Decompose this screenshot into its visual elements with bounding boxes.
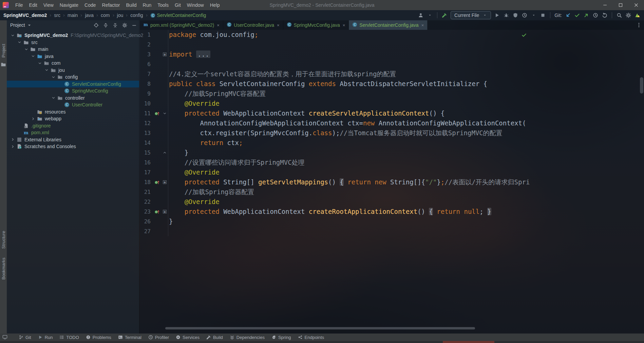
override-gutter-icon[interactable]: O <box>152 108 162 118</box>
menu-code[interactable]: Code <box>81 0 99 10</box>
override-gutter-icon[interactable]: O <box>152 207 162 217</box>
tree-chevron-down-icon[interactable] <box>10 34 16 37</box>
fold-end-icon[interactable] <box>162 148 168 158</box>
horizontal-scrollbar[interactable] <box>165 327 475 329</box>
history-icon[interactable] <box>592 12 599 18</box>
tool-window-button-profiler[interactable]: Profiler <box>145 334 172 341</box>
breadcrumb-item-springmvc_demo2[interactable]: SpringMVC_demo2 <box>2 13 48 18</box>
vertical-scrollbar[interactable] <box>640 77 643 94</box>
tree-item-resources[interactable]: resources <box>7 108 139 116</box>
stop-button[interactable] <box>540 12 546 18</box>
tree-item-springmvc-demo2[interactable]: SpringMVC_demo2F:\SpringMVC\SpringMVC_de… <box>7 32 139 39</box>
user-account-icon[interactable] <box>418 12 424 18</box>
menu-tools[interactable]: Tools <box>154 0 172 10</box>
tool-stripe-bookmarks[interactable]: Bookmarks <box>1 258 6 280</box>
tree-item--gitignore[interactable]: .gitignore <box>7 122 139 129</box>
coverage-button[interactable] <box>512 12 518 18</box>
tool-window-button-problems[interactable]: Problems <box>82 334 115 341</box>
tree-item-jou[interactable]: jou <box>7 67 139 74</box>
tool-window-button-git[interactable]: Git <box>15 334 35 341</box>
fold-expand-icon[interactable]: + <box>162 49 168 59</box>
git-push-icon[interactable] <box>583 12 589 18</box>
close-icon[interactable] <box>628 0 644 10</box>
breadcrumb-item-servletcontainerconfig[interactable]: CServletContainerConfig <box>149 13 208 18</box>
project-view-dropdown-icon[interactable] <box>26 22 33 28</box>
tool-window-button-services[interactable]: Services <box>172 334 203 341</box>
run-button[interactable] <box>494 12 500 18</box>
profiler-button[interactable] <box>522 12 528 18</box>
tool-stripe-project[interactable]: Project <box>1 44 6 57</box>
tree-item-usercontroller[interactable]: CUserController <box>7 101 139 108</box>
maximize-icon[interactable] <box>613 0 628 10</box>
menu-file[interactable]: File <box>12 0 26 10</box>
tree-item-com[interactable]: com <box>7 60 139 67</box>
settings-gear-icon[interactable] <box>625 12 631 18</box>
tab-close-icon[interactable]: × <box>277 23 280 28</box>
tree-chevron-down-icon[interactable] <box>50 75 57 79</box>
tab-close-icon[interactable]: × <box>421 23 424 28</box>
hide-panel-icon[interactable] <box>131 22 137 28</box>
inspection-ok-icon[interactable] <box>522 33 527 39</box>
project-stripe-folder-icon[interactable] <box>1 62 6 67</box>
tree-item-springmvcconfig[interactable]: CSpringMvcConfig <box>7 87 139 95</box>
tree-chevron-down-icon[interactable] <box>37 61 43 65</box>
git-commit-icon[interactable] <box>574 12 580 18</box>
breadcrumb-item-main[interactable]: main <box>66 13 79 18</box>
search-everywhere-icon[interactable] <box>616 12 622 18</box>
project-panel-title[interactable]: Project <box>10 22 25 28</box>
notification-badge[interactable] <box>443 341 494 343</box>
tree-item-webapp[interactable]: webapp <box>7 115 139 122</box>
tool-window-button-spring[interactable]: Spring <box>268 334 295 341</box>
breadcrumb-item-com[interactable]: com <box>99 13 111 18</box>
breadcrumb-item-config[interactable]: config <box>129 13 144 18</box>
breadcrumb-item-java[interactable]: java <box>83 13 95 18</box>
tree-chevron-down-icon[interactable] <box>43 68 50 72</box>
user-dropdown-icon[interactable] <box>427 12 433 18</box>
tree-chevron-down-icon[interactable] <box>23 47 30 51</box>
tab-close-icon[interactable]: × <box>217 23 220 28</box>
tool-window-button-build[interactable]: Build <box>203 334 226 341</box>
tree-item-controller[interactable]: controller <box>7 95 139 102</box>
tree-chevron-right-icon[interactable] <box>10 138 16 141</box>
menu-navigate[interactable]: Navigate <box>57 0 81 10</box>
menu-run[interactable]: Run <box>140 0 155 10</box>
menu-view[interactable]: View <box>40 0 57 10</box>
minimize-icon[interactable] <box>597 0 613 10</box>
menu-refactor[interactable]: Refactor <box>99 0 123 10</box>
window-switcher-icon[interactable] <box>2 335 7 341</box>
tree-chevron-down-icon[interactable] <box>30 54 36 58</box>
tab-close-icon[interactable]: × <box>343 23 345 28</box>
fold-expand-icon[interactable]: + <box>162 177 168 187</box>
tree-chevron-right-icon[interactable] <box>30 117 36 121</box>
tree-item-external-libraries[interactable]: External Libraries <box>7 136 139 143</box>
build-hammer-icon[interactable] <box>441 12 448 18</box>
tree-item-scratches-and-consoles[interactable]: Scratches and Consoles <box>7 143 139 150</box>
breadcrumb-item-src[interactable]: src <box>53 13 62 18</box>
tree-item-java[interactable]: java <box>7 53 139 60</box>
editor-tab-servletcontainerconfig-java[interactable]: CServletContainerConfig.java× <box>349 20 428 30</box>
tree-chevron-right-icon[interactable] <box>10 145 16 148</box>
tree-item-main[interactable]: main <box>7 46 139 53</box>
menu-build[interactable]: Build <box>123 0 139 10</box>
profiler-dropdown-icon[interactable] <box>531 12 537 18</box>
editor-tab-usercontroller-java[interactable]: CUserController.java× <box>223 20 283 30</box>
run-configuration-select[interactable]: Current File <box>451 11 491 19</box>
tree-item-config[interactable]: config <box>7 74 139 81</box>
tool-stripe-structure[interactable]: Structure <box>1 231 6 249</box>
collapse-all-icon[interactable] <box>112 22 118 28</box>
editor-tab-springmvcconfig-java[interactable]: CSpringMvcConfig.java× <box>283 20 349 30</box>
editor-tab-pom-xml-springmvc-demo2-[interactable]: mpom.xml (SpringMVC_demo2)× <box>140 20 223 30</box>
panel-settings-gear-icon[interactable] <box>121 22 128 28</box>
tree-item-servletcontainerconfig[interactable]: CServletContainerConfig <box>7 81 139 88</box>
git-update-icon[interactable] <box>565 12 571 18</box>
rollback-icon[interactable] <box>602 12 608 18</box>
override-gutter-icon[interactable]: O <box>152 177 162 187</box>
debug-button[interactable] <box>503 12 509 18</box>
whats-new-icon[interactable] <box>634 12 641 18</box>
locate-file-icon[interactable] <box>93 22 99 28</box>
code-editor[interactable]: 1package com.jou.config;23+import ...67/… <box>140 30 644 334</box>
tool-window-button-endpoints[interactable]: Endpoints <box>295 334 328 341</box>
menu-help[interactable]: Help <box>207 0 223 10</box>
fold-expand-icon[interactable]: + <box>162 207 168 217</box>
tool-window-button-dependencies[interactable]: Dependencies <box>226 334 268 341</box>
